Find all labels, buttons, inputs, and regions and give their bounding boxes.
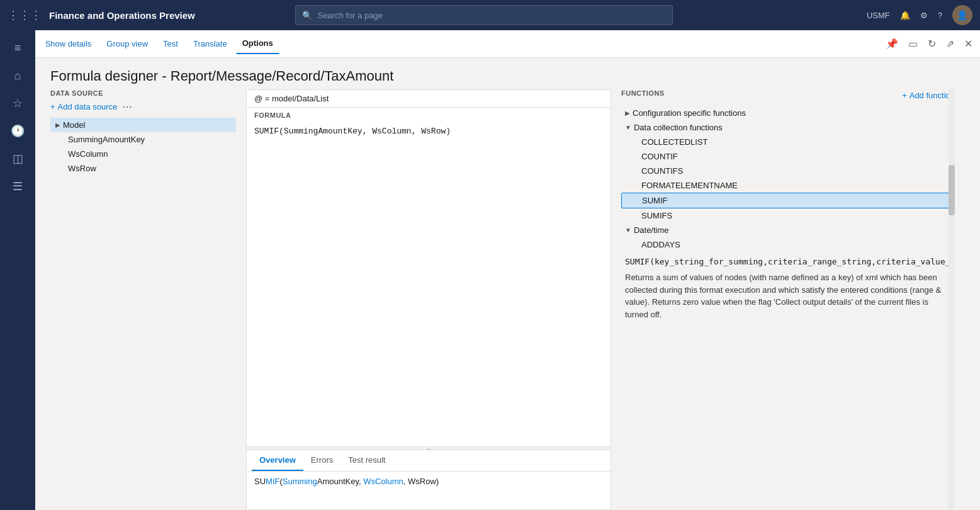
preview-mif: MIF	[266, 477, 279, 486]
bottom-content: SUMIF(SummingAmountKey, WsColumn, WsRow)	[247, 472, 611, 509]
tree-item-model-label: Model	[63, 120, 85, 130]
app-title: Finance and Operations Preview	[49, 10, 195, 21]
content-area: DATA SOURCE + Add data source ⋯ ▶ Model …	[0, 89, 980, 510]
nav-dashboard-icon[interactable]: ⌂	[5, 63, 30, 88]
preview-arg1b: AmountKey,	[317, 477, 363, 486]
search-input[interactable]	[317, 11, 666, 20]
formula-editor[interactable]: SUMIF(SummingAmountKey, WsColumn, WsRow)	[247, 122, 611, 446]
scrollbar-thumb[interactable]	[949, 165, 955, 215]
left-panel: DATA SOURCE + Add data source ⋯ ▶ Model …	[50, 89, 236, 510]
right-panel: FUNCTIONS + Add function ▶ Configuration…	[621, 89, 955, 510]
popout-icon[interactable]: ⇗	[943, 35, 957, 52]
main-content: Formula designer - Report/Message/Record…	[0, 58, 980, 510]
grid-icon[interactable]: ⋮⋮⋮	[8, 8, 42, 22]
notification-icon[interactable]: 🔔	[900, 11, 910, 20]
refresh-icon[interactable]: ↻	[925, 35, 938, 52]
add-function-plus-icon: +	[902, 91, 907, 100]
page-title: Formula designer - Report/Message/Record…	[0, 58, 980, 89]
more-options-icon[interactable]: ⋯	[122, 101, 132, 113]
tree-item-model[interactable]: ▶ Model	[50, 118, 236, 132]
tree-item-wsrow-label: WsRow	[68, 164, 96, 173]
nav-recent-icon[interactable]: 🕐	[5, 118, 30, 144]
tree-item-wscolumn-label: WsColumn	[68, 149, 108, 159]
search-container: 🔍	[295, 5, 673, 25]
preview-arg2: WsColumn	[363, 477, 403, 486]
formula-path-text: @ = model/Data/List	[254, 94, 329, 103]
datasource-section-label: DATA SOURCE	[50, 89, 236, 97]
tree-item-summingamountkey-label: SummingAmountKey	[68, 135, 145, 144]
top-navbar: ⋮⋮⋮ Finance and Operations Preview 🔍 USM…	[0, 0, 980, 30]
fn-group-datacollection-chevron: ▼	[625, 124, 631, 131]
add-datasource-plus-icon: +	[50, 102, 55, 111]
search-icon: 🔍	[302, 11, 312, 20]
left-nav: ≡ ⌂ ☆ 🕐 ◫ ☰	[0, 30, 35, 510]
nav-right: USMF 🔔 ⚙ ? 👤	[867, 5, 972, 25]
toolbar: Save Show details Group view Test Transl…	[0, 30, 980, 58]
formula-section-label: FORMULA	[247, 108, 611, 122]
tree-chevron-model: ▶	[55, 122, 60, 128]
tab-overview[interactable]: Overview	[252, 450, 303, 471]
fn-item-formatelementname[interactable]: FORMATELEMENTNAME	[621, 178, 955, 193]
translate-button[interactable]: Translate	[187, 34, 234, 54]
toolbar-right: 📌 ▭ ↻ ⇗ ✕	[883, 35, 975, 52]
preview-su: SU	[254, 477, 266, 486]
tab-test-result[interactable]: Test result	[341, 450, 393, 471]
close-icon[interactable]: ✕	[962, 35, 975, 52]
pin-icon[interactable]: 📌	[883, 35, 901, 52]
group-view-button[interactable]: Group view	[100, 34, 154, 54]
fn-signature: SUMIF(key_string_for_summing,criteria_ra…	[621, 252, 955, 269]
nav-home-icon[interactable]: ≡	[5, 35, 30, 60]
tree-item-wscolumn[interactable]: WsColumn	[63, 147, 236, 161]
tree-item-summingamountkey[interactable]: SummingAmountKey	[63, 132, 236, 147]
fn-item-collectedlist[interactable]: COLLECTEDLIST	[621, 135, 955, 149]
nav-favorites-icon[interactable]: ☆	[5, 91, 30, 116]
options-button[interactable]: Options	[236, 34, 279, 54]
functions-tree: ▶ Configuration specific functions ▼ Dat…	[621, 106, 955, 326]
fn-item-countifs[interactable]: COUNTIFS	[621, 164, 955, 178]
fn-item-adddays[interactable]: ADDDAYS	[621, 237, 955, 252]
help-icon[interactable]: ?	[938, 11, 942, 20]
preview-arg1: Summing	[283, 477, 317, 486]
scrollbar-track[interactable]	[949, 89, 955, 510]
fn-group-config-label: Configuration specific functions	[633, 108, 746, 118]
functions-header: FUNCTIONS + Add function	[621, 89, 955, 101]
fn-group-datetime-chevron: ▼	[625, 227, 631, 234]
nav-workspaces-icon[interactable]: ◫	[5, 146, 30, 171]
fn-group-datetime-label: Date/time	[634, 225, 669, 235]
fn-group-datacollection-label: Data collection functions	[634, 123, 723, 132]
fn-item-sumifs[interactable]: SUMIFS	[621, 208, 955, 223]
add-datasource-label: Add data source	[58, 102, 118, 111]
fn-item-countif[interactable]: COUNTIF	[621, 149, 955, 164]
fn-description: Returns a sum of values of nodes (with n…	[621, 269, 955, 326]
user-label[interactable]: USMF	[867, 11, 890, 20]
preview-comma2: , WsRow)	[403, 477, 439, 486]
test-button[interactable]: Test	[157, 34, 184, 54]
functions-section-label: FUNCTIONS	[621, 89, 665, 97]
show-details-button[interactable]: Show details	[39, 34, 98, 54]
formula-path-bar: @ = model/Data/List	[247, 90, 611, 108]
fn-item-sumif[interactable]: SUMIF	[621, 193, 955, 208]
avatar[interactable]: 👤	[952, 5, 972, 25]
fn-group-datetime[interactable]: ▼ Date/time	[621, 223, 955, 237]
fn-group-datacollection[interactable]: ▼ Data collection functions	[621, 120, 955, 135]
fn-group-config[interactable]: ▶ Configuration specific functions	[621, 106, 955, 120]
add-datasource-button[interactable]: + Add data source ⋯	[50, 101, 236, 113]
fn-group-config-chevron: ▶	[625, 110, 630, 116]
nav-modules-icon[interactable]: ☰	[5, 174, 30, 199]
tab-errors[interactable]: Errors	[303, 450, 341, 471]
settings-icon[interactable]: ⚙	[920, 11, 928, 20]
tree-item-wsrow[interactable]: WsRow	[63, 161, 236, 176]
formula-preview: SUMIF(SummingAmountKey, WsColumn, WsRow)	[254, 477, 603, 486]
expand-icon[interactable]: ▭	[906, 35, 920, 52]
add-function-button[interactable]: + Add function	[902, 91, 955, 100]
bottom-tabs: Overview Errors Test result	[247, 450, 611, 472]
center-panel: @ = model/Data/List FORMULA SUMIF(Summin…	[246, 89, 611, 510]
